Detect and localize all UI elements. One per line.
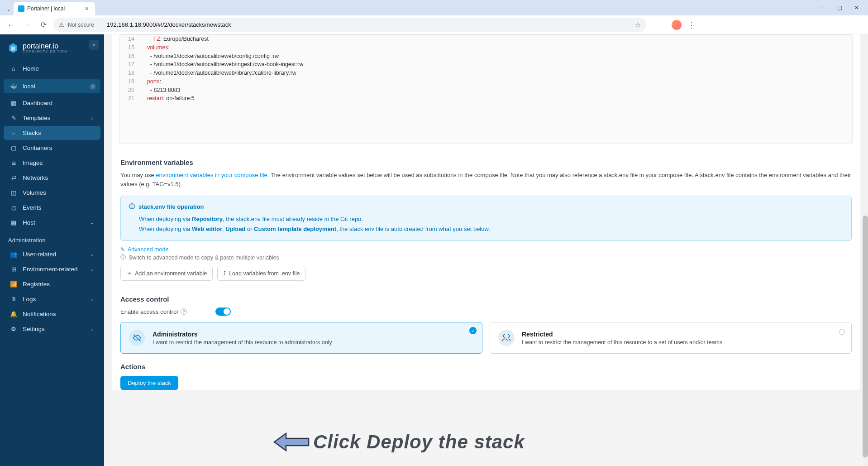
- main-content: 14 TZ: Europe/Bucharest15 volumes:16 - /…: [104, 34, 868, 466]
- volumes-icon: ◫: [10, 189, 17, 196]
- add-env-var-button[interactable]: ＋Add an environment variable: [120, 266, 213, 281]
- address-bar[interactable]: ⚠ Not secure 192.168.1.18:9000/#!/2/dock…: [53, 18, 646, 32]
- arrow-left-icon: [272, 431, 310, 453]
- access-option-title: Administrators: [153, 331, 332, 338]
- chevron-down-icon: ⌄: [90, 220, 94, 226]
- forward-button[interactable]: →: [21, 19, 33, 31]
- docker-icon: 🐳: [10, 83, 17, 90]
- browser-tab[interactable]: Portainer | local ×: [14, 2, 95, 15]
- sidebar-item-home[interactable]: ⌂ Home: [4, 62, 100, 76]
- chevron-down-icon: ⌄: [90, 296, 94, 302]
- window-maximize-icon[interactable]: ▢: [832, 2, 847, 13]
- access-option-desc: I want to restrict the management of thi…: [522, 339, 722, 346]
- eye-off-icon: [129, 330, 145, 346]
- actions-section: Actions Deploy the stack: [120, 363, 852, 390]
- host-icon: ▤: [10, 219, 17, 226]
- sidebar-item-dashboard[interactable]: ▦Dashboard: [4, 96, 100, 110]
- access-option-restricted[interactable]: Restricted I want to restrict the manage…: [490, 322, 852, 354]
- advanced-mode-toggle[interactable]: ✎Advanced mode: [120, 246, 852, 253]
- browser-menu-icon[interactable]: ⋮: [685, 20, 698, 30]
- stack-env-info-box: ⓘstack.env file operation When deploying…: [120, 196, 852, 241]
- sidebar-item-environment-related[interactable]: ⊞Environment-related⌄: [4, 262, 100, 276]
- upload-icon: ⤴: [223, 270, 226, 277]
- browser-toolbar: ← → ⟳ ⚠ Not secure 192.168.1.18:9000/#!/…: [0, 15, 868, 34]
- scrollbar-thumb[interactable]: [863, 216, 868, 457]
- environment-close-icon[interactable]: ×: [90, 83, 96, 90]
- window-close-icon[interactable]: ✕: [849, 2, 864, 13]
- back-button[interactable]: ←: [5, 19, 17, 31]
- sidebar-section-admin: Administration: [0, 231, 104, 246]
- sidebar-environment-pill[interactable]: 🐳 local ×: [4, 79, 100, 93]
- enable-access-control-toggle[interactable]: [215, 307, 231, 316]
- portainer-logo-icon: [7, 42, 19, 53]
- sidebar-item-settings[interactable]: ⚙Settings⌄: [4, 322, 100, 336]
- security-label: Not secure: [68, 22, 94, 28]
- sidebar-item-templates[interactable]: ✎Templates⌄: [4, 111, 100, 125]
- chevron-down-icon: ⌄: [90, 251, 94, 257]
- env-icon: ⊞: [10, 266, 17, 273]
- chevron-down-icon: ⌄: [90, 115, 94, 121]
- sidebar-item-host[interactable]: ▤Host⌄: [4, 216, 100, 230]
- env-vars-section: Environment variables You may use enviro…: [120, 151, 852, 281]
- sidebar-item-networks[interactable]: ⇄Networks: [4, 171, 100, 185]
- tutorial-annotation: Click Deploy the stack: [272, 431, 525, 453]
- logs-icon: 🗎: [10, 296, 17, 303]
- window-controls: — ▢ ✕: [815, 2, 868, 13]
- compose-editor[interactable]: 14 TZ: Europe/Bucharest15 volumes:16 - /…: [119, 34, 853, 144]
- plus-icon: ＋: [126, 269, 132, 277]
- bell-icon: 🔔: [10, 311, 17, 317]
- window-minimize-icon[interactable]: —: [815, 2, 830, 13]
- networks-icon: ⇄: [10, 174, 17, 181]
- dashboard-icon: ▦: [10, 100, 17, 106]
- edit-icon: ✎: [120, 246, 125, 253]
- sidebar-item-stacks[interactable]: ≡Stacks: [4, 126, 100, 140]
- access-control-section: Access control Enable access control? Ad…: [120, 288, 852, 354]
- actions-heading: Actions: [120, 363, 852, 370]
- users-icon: [498, 330, 515, 346]
- sidebar-item-containers[interactable]: ▢Containers: [4, 141, 100, 155]
- access-option-administrators[interactable]: Administrators I want to restrict the ma…: [120, 322, 482, 354]
- not-secure-icon: ⚠: [59, 21, 64, 28]
- deploy-stack-button[interactable]: Deploy the stack: [120, 376, 178, 390]
- help-icon[interactable]: ?: [181, 308, 187, 315]
- info-icon: ⓘ: [129, 202, 135, 211]
- sidebar-collapse-button[interactable]: «: [89, 40, 99, 50]
- browser-tab-bar: ⌄ Portainer | local × — ▢ ✕: [0, 0, 868, 15]
- templates-icon: ✎: [10, 115, 17, 121]
- url-text: 192.168.1.18:9000/#!/2/docker/stacks/new…: [107, 21, 231, 28]
- gear-icon: ⚙: [10, 326, 17, 332]
- load-env-file-button[interactable]: ⤴Load variables from .env file: [217, 266, 305, 281]
- bookmark-icon[interactable]: ☆: [635, 21, 641, 29]
- profile-avatar[interactable]: [672, 20, 682, 30]
- env-vars-heading: Environment variables: [120, 159, 852, 166]
- access-option-title: Restricted: [522, 331, 722, 338]
- enable-access-control-label: Enable access control?: [120, 308, 211, 315]
- sidebar-item-events[interactable]: ◷Events: [4, 201, 100, 215]
- sidebar: « portainer.io COMMUNITY EDITION ⌂ Home …: [0, 34, 104, 466]
- environment-name: local: [23, 83, 35, 90]
- tab-title: Portainer | local: [27, 5, 65, 12]
- access-option-desc: I want to restrict the management of thi…: [153, 339, 332, 346]
- tab-favicon: [18, 5, 24, 12]
- images-icon: ≣: [10, 159, 17, 166]
- env-vars-doc-link[interactable]: environment variables in your compose fi…: [156, 172, 267, 178]
- sidebar-item-notifications[interactable]: 🔔Notifications: [4, 307, 100, 321]
- tab-close-icon[interactable]: ×: [83, 4, 91, 13]
- sidebar-item-images[interactable]: ≣Images: [4, 156, 100, 170]
- home-icon: ⌂: [10, 65, 17, 72]
- scrollbar-track[interactable]: [863, 34, 868, 466]
- registries-icon: 📶: [10, 281, 17, 288]
- reload-button[interactable]: ⟳: [37, 19, 50, 31]
- env-vars-help: You may use environment variables in you…: [120, 171, 852, 188]
- sidebar-item-logs[interactable]: 🗎Logs⌄: [4, 292, 100, 306]
- access-control-heading: Access control: [120, 295, 852, 303]
- sidebar-item-registries[interactable]: 📶Registries: [4, 277, 100, 291]
- containers-icon: ▢: [10, 144, 17, 151]
- info-icon: ⓘ: [120, 254, 126, 261]
- stacks-icon: ≡: [10, 130, 17, 136]
- sidebar-item-volumes[interactable]: ◫Volumes: [4, 186, 100, 200]
- sidebar-item-user-related[interactable]: 👥User-related⌄: [4, 247, 100, 261]
- brand-edition: COMMUNITY EDITION: [23, 50, 67, 53]
- tab-search-dropdown[interactable]: ⌄: [4, 3, 14, 15]
- chevron-down-icon: ⌄: [90, 266, 94, 272]
